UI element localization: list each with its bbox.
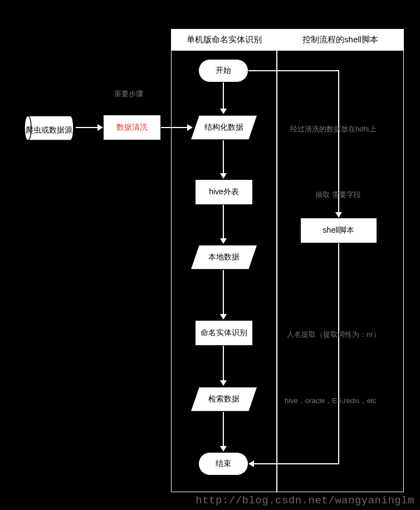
shell-label: shell脚本 xyxy=(323,225,355,236)
clean-node: 数据清洗 xyxy=(103,115,161,140)
lane-right: 控制流程的shell脚本 xyxy=(277,29,404,492)
arrow xyxy=(248,70,339,71)
arrow xyxy=(338,243,339,464)
arrow xyxy=(254,463,339,464)
source-node: 爬虫或数据源 xyxy=(22,110,76,146)
ner-node: 命名实体识别 xyxy=(195,320,253,346)
structured-node: 结构化数据 xyxy=(190,115,258,140)
arrow xyxy=(223,346,224,381)
anno-name: 人名提取（提取词性为：nr） xyxy=(287,330,380,340)
arrow xyxy=(161,127,188,128)
arrow-head-icon xyxy=(220,380,227,386)
ner-label: 命名实体识别 xyxy=(201,328,247,338)
anno-hdfs: 经过清洗的数据放在hdfs上 xyxy=(290,124,377,134)
anno-extract: 抽取 需要字段 xyxy=(315,190,361,200)
local-label: 本地数据 xyxy=(190,244,258,270)
arrow xyxy=(223,270,224,315)
clean-label: 数据清洗 xyxy=(116,122,148,133)
structured-label: 结构化数据 xyxy=(190,115,258,140)
arrow xyxy=(223,82,224,109)
arrow-head-icon xyxy=(220,109,227,114)
lane-left-header: 单机版命名实体识别 xyxy=(172,30,276,51)
arrow-head-icon xyxy=(220,446,227,452)
search-label: 检索数据 xyxy=(190,386,258,412)
shell-node: shell脚本 xyxy=(300,218,377,243)
diagram-canvas: 单机版命名实体识别 控制流程的shell脚本 爬虫或数据源 数据清洗 开始 结构… xyxy=(0,0,420,510)
arrow-head-icon xyxy=(220,238,227,244)
arrow-head-icon xyxy=(220,173,227,179)
start-label: 开始 xyxy=(216,66,231,76)
local-node: 本地数据 xyxy=(190,244,258,270)
hive-label: hive外表 xyxy=(209,187,239,197)
arrow xyxy=(223,205,224,239)
arrow xyxy=(223,140,224,174)
anno-important: 重要步骤 xyxy=(114,89,143,99)
arrow-head-icon xyxy=(335,212,342,218)
arrow xyxy=(223,412,224,447)
start-node: 开始 xyxy=(198,59,248,82)
end-label: 结束 xyxy=(216,459,231,469)
arrow-head-icon xyxy=(248,460,254,467)
arrow xyxy=(76,127,98,128)
arrow-head-icon xyxy=(97,124,103,131)
end-node: 结束 xyxy=(198,452,248,475)
lane-right-header: 控制流程的shell脚本 xyxy=(277,30,403,51)
hive-node: hive外表 xyxy=(195,179,253,205)
anno-sinks: hive，oracle，ES,redis，etc xyxy=(285,396,377,406)
watermark-text: http://blog.csdn.net/wangyaninglm xyxy=(196,494,414,507)
source-label: 爬虫或数据源 xyxy=(22,117,76,143)
arrow-head-icon xyxy=(220,314,227,320)
search-node: 检索数据 xyxy=(190,386,258,412)
